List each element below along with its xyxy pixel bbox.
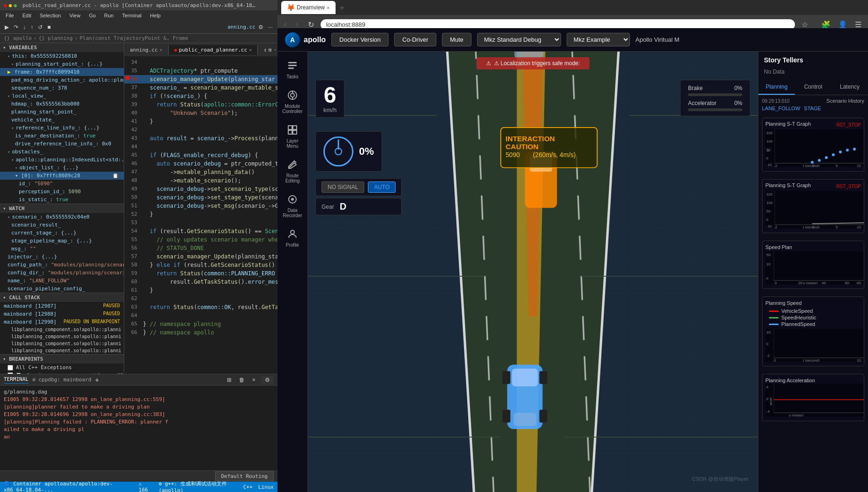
variables-section: ▾ VARIABLES ▾this: 0x5555592258810 ▾plan… (0, 43, 124, 204)
profile-icon (286, 227, 299, 241)
var-ref-line: ▾reference_line_info_: {...} (0, 124, 124, 132)
call-stack-header[interactable]: ▾ CALL STACK (0, 293, 124, 302)
auto-btn[interactable]: AUTO (368, 182, 396, 193)
terminal-tab[interactable]: TERMINAL (4, 376, 29, 384)
example-select[interactable]: Mkz Example (567, 33, 630, 46)
terminal-line-3: [planning]planner failed to make a drivi… (4, 403, 274, 411)
speed-plan-header: Speed Plan (765, 244, 861, 250)
terminal-tab-debug[interactable]: ⚙ cppdbg: mainboard (32, 377, 91, 383)
svg-text:50: 50 (766, 209, 771, 213)
ide-panel: ● ● ● public_road_planner.cc - apollo [C… (0, 0, 277, 492)
sidebar-module-controller-btn[interactable]: Module Controller (279, 85, 306, 118)
code-line-40: 40 "Unknown Scenario"); (124, 109, 277, 117)
step-over-btn[interactable]: ↷ (12, 23, 20, 31)
svg-text:s (meter): s (meter) (789, 413, 804, 416)
vehicle-speed-label: VehicleSpeed (781, 308, 813, 314)
tab-extra[interactable]: ↕⊞··· (258, 45, 277, 55)
menu-terminal[interactable]: Terminal (119, 12, 146, 19)
status-container: 🔵 Container apolloauto/apollo:dev-x86_64… (4, 481, 131, 492)
bp-all-exceptions[interactable]: All C++ Exceptions (0, 363, 124, 371)
apollo-left-sidebar: Tasks Module Controller (277, 52, 308, 492)
control-tab[interactable]: Control (795, 80, 831, 95)
tab-anning[interactable]: anning.cc × (124, 45, 169, 55)
sidebar-data-recorder-btn[interactable]: Data Recorder (279, 189, 306, 222)
var-seq-num: sequence_num_: 378 (0, 84, 124, 92)
step-out-btn[interactable]: ↑ (29, 23, 35, 31)
code-line-56: 56 // STATUS_DONE (124, 244, 277, 252)
co-driver-btn[interactable]: Co-Driver (394, 33, 436, 46)
legend-planned-speed: PlannedSpeed (769, 321, 857, 327)
svg-text:10: 10 (857, 225, 861, 228)
browser-tab-close[interactable]: × (327, 5, 330, 11)
terminal-close-btn[interactable]: × (250, 376, 257, 384)
speed-plan-title: Speed Plan (765, 244, 792, 250)
watch-header[interactable]: ▾ WATCH (0, 204, 124, 213)
variables-header[interactable]: ▾ VARIABLES (0, 43, 124, 52)
menu-go[interactable]: Go (85, 12, 100, 19)
svg-rect-28 (502, 410, 510, 423)
svg-rect-8 (293, 126, 297, 129)
watch-scenario-result: scenario_result_ (0, 221, 124, 229)
settings-btn[interactable]: ⚙ (256, 23, 265, 31)
browser-tab-label: Dreamview (297, 4, 325, 11)
code-line-65: 65 } // namespace planning (124, 320, 277, 328)
alert-icon: ⚠ (486, 60, 491, 67)
default-routing-btn[interactable]: Default Routing (215, 471, 274, 481)
browser-active-tab[interactable]: 🦊 Dreamview × (281, 1, 336, 14)
firefox-icon: 🦊 (287, 4, 295, 11)
terminal-settings-gear[interactable]: ⚙ (261, 376, 274, 384)
svg-rect-26 (502, 371, 510, 384)
tab-public-road-planner[interactable]: ● public_road_planner.cc × (169, 45, 258, 55)
code-line-42: 42 (124, 126, 277, 134)
status-bar: 🔵 Container apolloauto/apollo:dev-x86_64… (0, 482, 277, 492)
debug-mode-select[interactable]: Mkz Standard Debug (477, 33, 561, 46)
svg-rect-7 (288, 126, 292, 129)
terminal-split-btn[interactable]: ⊞ (225, 376, 233, 384)
svg-text:0: 0 (774, 358, 776, 362)
menu-file[interactable]: File (2, 12, 18, 19)
run-btn[interactable]: ▶ (3, 23, 11, 31)
sidebar-profile-btn[interactable]: Profile (279, 224, 306, 251)
watermark: CSDN @自动驾驶Player (692, 476, 748, 483)
call-stack-section: ▾ CALL STACK mainboard [12987] PAUSED ma… (0, 293, 124, 355)
steering-panel: 0% (315, 131, 382, 172)
stop-btn[interactable]: ■ (45, 23, 52, 31)
svg-text:5: 5 (836, 164, 838, 167)
latency-tab[interactable]: Latency (831, 80, 868, 95)
code-line-66: 66 } // namespace apollo (124, 328, 277, 337)
menu-help[interactable]: Help (146, 12, 165, 19)
layer-menu-icon (286, 123, 299, 136)
code-line-43: 43 auto result = scenario_->Process(plan… (124, 134, 277, 143)
status-platform: Linux (258, 484, 274, 490)
bp-all-exceptions-checkbox[interactable] (7, 365, 13, 371)
sidebar-tasks-btn[interactable]: Tasks (279, 55, 306, 83)
no-signal-btn[interactable]: NO SIGNAL (322, 182, 364, 193)
more-btn[interactable]: ··· (266, 23, 275, 31)
code-editor-content[interactable]: 34 35 ADCTrajectory* ptr_compute 36 scen… (124, 56, 277, 374)
menu-view[interactable]: View (66, 12, 84, 19)
sidebar-layer-menu-btn[interactable]: Layer Menu (279, 120, 306, 152)
svg-text:10: 10 (857, 358, 861, 362)
terminal-add-btn[interactable]: + (95, 376, 99, 384)
step-into-btn[interactable]: ↓ (21, 23, 28, 31)
new-tab-btn[interactable]: + (336, 1, 349, 14)
terminal-trash-btn[interactable]: 🗑 (237, 376, 247, 384)
breakpoints-header[interactable]: ▾ BREAKPOINTS (0, 355, 124, 363)
menu-edit[interactable]: Edit (19, 12, 35, 19)
docker-version-btn[interactable]: Docker Version (331, 33, 389, 46)
svg-text:320: 320 (766, 131, 773, 135)
mute-btn[interactable]: Mute (442, 33, 471, 46)
graph1-svg: 320 100 50 0 -10 -2 0 5 10 (765, 129, 864, 167)
menu-selection[interactable]: Selection (36, 12, 65, 19)
speed-heuristic-label: SpeedHeuristic (781, 315, 816, 320)
road-visualization: INTERACTION CAUTION 5090 (260m/s, 4m/s) (308, 52, 758, 492)
svg-rect-24 (512, 369, 538, 386)
restart-btn[interactable]: ↺ (36, 23, 45, 31)
menu-run[interactable]: Run (100, 12, 117, 19)
right-panel-title: Story Tellers (758, 52, 868, 67)
sidebar-route-editing-btn[interactable]: Route Editing (279, 154, 306, 187)
accel-row: Accelerator 0% (688, 100, 742, 106)
browser-chrome: 🦊 Dreamview × + ‹ › ↻ ☆ 🧩 👤 ☰ (277, 0, 868, 28)
planning-tab[interactable]: Planning (758, 80, 795, 95)
call-stack-lib4: libplanning_component.so!apollo::planni (0, 347, 124, 354)
